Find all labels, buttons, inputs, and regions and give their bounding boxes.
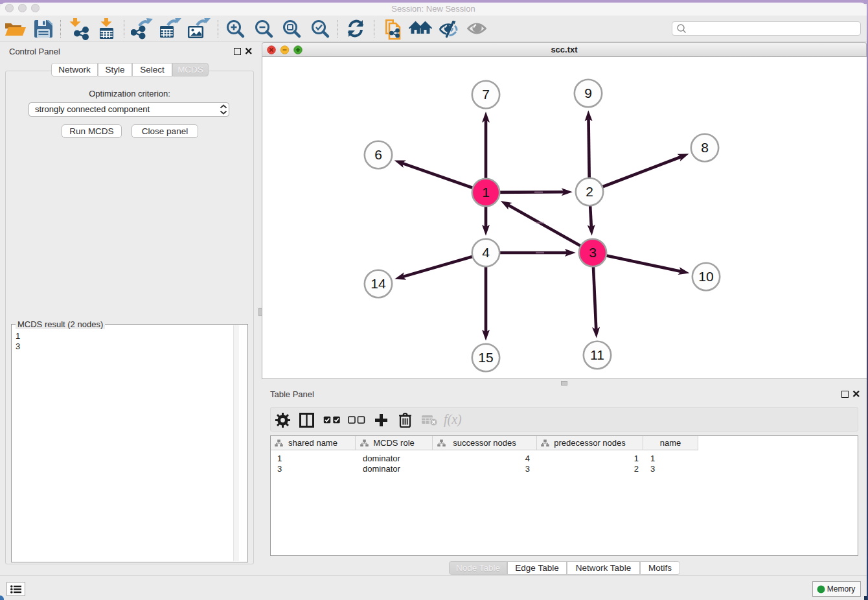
svg-text:8: 8	[701, 140, 709, 155]
svg-text:11: 11	[590, 347, 604, 362]
svg-text:2: 2	[586, 184, 593, 199]
svg-text:4: 4	[482, 245, 490, 260]
svg-text:7: 7	[482, 87, 490, 102]
svg-text:3: 3	[589, 245, 597, 260]
svg-text:6: 6	[374, 147, 382, 162]
svg-text:14: 14	[371, 276, 386, 291]
svg-text:10: 10	[698, 269, 713, 284]
svg-text:1: 1	[482, 185, 490, 200]
svg-text:9: 9	[584, 86, 592, 100]
svg-text:15: 15	[478, 350, 493, 365]
